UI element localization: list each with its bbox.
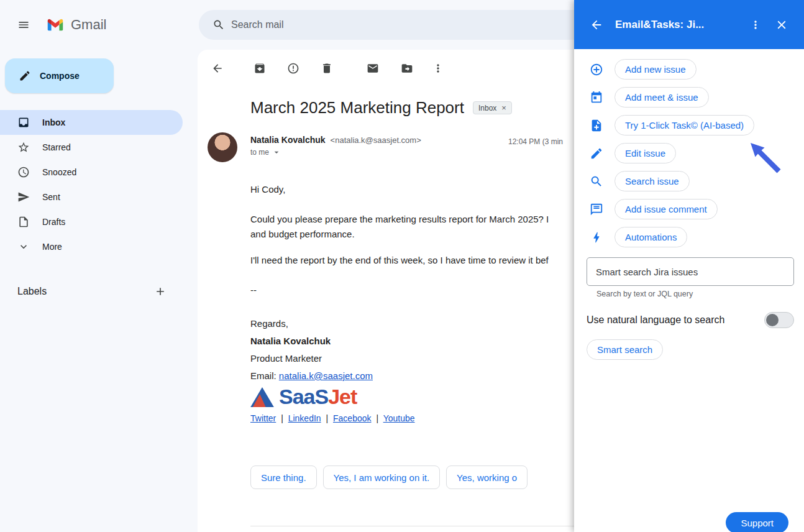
labels-section: Labels <box>0 282 183 301</box>
sidebar-item-label: More <box>42 242 62 252</box>
draft-icon <box>17 216 30 228</box>
email-subject: March 2025 Marketing Report <box>250 98 464 117</box>
natural-language-label: Use natural language to search <box>587 314 724 326</box>
create-label-icon[interactable] <box>150 282 170 301</box>
youtube-link[interactable]: Youtube <box>383 413 415 423</box>
move-to-icon[interactable] <box>395 56 419 81</box>
panel-header: Email&Tasks: Ji... <box>574 0 804 49</box>
labels-header: Labels <box>17 286 47 297</box>
twitter-link[interactable]: Twitter <box>250 413 276 423</box>
sidebar-item-label: Drafts <box>42 217 65 227</box>
sidebar-item-label: Starred <box>42 142 71 152</box>
sidebar-item-drafts[interactable]: Drafts <box>0 209 183 234</box>
back-icon[interactable] <box>205 56 230 81</box>
one-click-task-button[interactable]: Add meet & issue <box>614 87 709 108</box>
gmail-sidebar: Compose Inbox Starred Snoozed Sent <box>0 50 198 301</box>
saasjet-logo-icon <box>250 387 274 407</box>
gmail-logo: Gmail <box>45 16 106 34</box>
link-separator: | <box>281 413 283 423</box>
star-icon <box>17 141 30 154</box>
smart-reply-3[interactable]: Yes, working o <box>446 466 528 489</box>
panel-close-icon[interactable] <box>770 14 793 36</box>
sidebar-item-starred[interactable]: Starred <box>0 135 183 160</box>
signature-email-link[interactable]: natalia.k@saasjet.com <box>279 370 373 381</box>
inbox-icon <box>17 116 30 129</box>
smart-reply-1[interactable]: Sure thing. <box>250 466 317 489</box>
linkedin-link[interactable]: LinkedIn <box>288 413 321 423</box>
sidebar-item-inbox[interactable]: Inbox <box>0 110 183 135</box>
natural-language-toggle[interactable] <box>764 312 794 328</box>
gmail-wordmark: Gmail <box>71 17 106 33</box>
jira-addon-panel: Email&Tasks: Ji... Add new issue Add mee… <box>574 0 804 532</box>
chevron-down-icon <box>272 147 281 157</box>
sidebar-item-label: Sent <box>42 192 60 202</box>
calendar-icon[interactable] <box>590 91 603 104</box>
search-issue-button[interactable]: Search issue <box>614 171 690 191</box>
compose-label: Compose <box>40 71 80 81</box>
smart-search-input[interactable] <box>587 257 794 286</box>
avatar[interactable] <box>208 132 237 162</box>
signature-email-label: Email: <box>250 370 276 381</box>
panel-more-icon[interactable] <box>744 14 767 36</box>
panel-body: Add new issue Add meet & issue Try 1-Cli… <box>574 59 804 532</box>
saasjet-wordmark-2: Jet <box>328 385 357 408</box>
gmail-logo-icon <box>45 16 66 34</box>
smart-search-button[interactable]: Smart search <box>587 339 663 360</box>
sidebar-item-snoozed[interactable]: Snoozed <box>0 160 183 185</box>
search-icon[interactable] <box>206 12 231 37</box>
sidebar-nav: Inbox Starred Snoozed Sent Drafts <box>0 110 198 259</box>
link-separator: | <box>326 413 328 423</box>
chip-label: Inbox <box>478 104 496 112</box>
delete-icon[interactable] <box>314 56 339 81</box>
task-ai-icon[interactable] <box>590 119 603 132</box>
search-bar[interactable] <box>199 10 634 40</box>
support-button[interactable]: Support <box>726 512 788 532</box>
recipient-label: to me <box>250 148 269 157</box>
sidebar-item-label: Snoozed <box>42 167 76 177</box>
sidebar-item-label: Inbox <box>42 117 65 127</box>
more-vert-icon[interactable] <box>426 56 450 81</box>
toggle-knob <box>766 314 779 326</box>
link-separator: | <box>376 413 378 423</box>
archive-icon[interactable] <box>247 56 272 81</box>
search-hint: Search by text or JQL query <box>596 290 804 298</box>
automation-icon[interactable] <box>590 231 603 244</box>
smart-reply-2[interactable]: Yes, I am working on it. <box>323 466 441 489</box>
pencil-icon <box>19 70 31 82</box>
facebook-link[interactable]: Facebook <box>333 413 371 423</box>
mark-unread-icon[interactable] <box>360 56 385 81</box>
email-timestamp: 12:04 PM (3 min <box>508 137 563 146</box>
sidebar-item-sent[interactable]: Sent <box>0 185 183 209</box>
comment-icon[interactable] <box>590 203 603 216</box>
add-circle-icon[interactable] <box>590 63 603 76</box>
saasjet-wordmark-1: SaaS <box>279 385 328 408</box>
edit-icon[interactable] <box>590 147 603 160</box>
sidebar-item-more[interactable]: More <box>0 234 183 259</box>
search-issue-icon[interactable] <box>590 175 603 188</box>
natural-language-row: Use natural language to search <box>587 312 794 328</box>
panel-title: Email&Tasks: Ji... <box>615 19 744 31</box>
panel-back-icon[interactable] <box>585 14 608 36</box>
chevron-down-icon <box>17 241 30 253</box>
edit-issue-button[interactable]: Edit issue <box>614 143 676 163</box>
sender-address: <natalia.k@saasjet.com> <box>331 135 421 145</box>
sender-name: Natalia Kovalchuk <box>250 135 326 145</box>
try-1-click-task-button[interactable]: Try 1-Click Task© (AI-based) <box>614 115 754 135</box>
send-icon <box>17 191 30 203</box>
add-issue-comment-button[interactable]: Add issue comment <box>614 199 718 219</box>
chip-remove-icon[interactable]: × <box>501 103 506 112</box>
compose-button[interactable]: Compose <box>5 58 114 93</box>
report-spam-icon[interactable] <box>281 56 306 81</box>
hamburger-menu-icon[interactable] <box>9 10 39 40</box>
automations-button[interactable]: Automations <box>614 227 687 247</box>
add-new-issue-button[interactable]: Add new issue <box>614 59 697 80</box>
search-mail-input[interactable] <box>231 19 629 30</box>
clock-icon <box>17 166 30 178</box>
inbox-label-chip[interactable]: Inbox × <box>473 101 512 114</box>
